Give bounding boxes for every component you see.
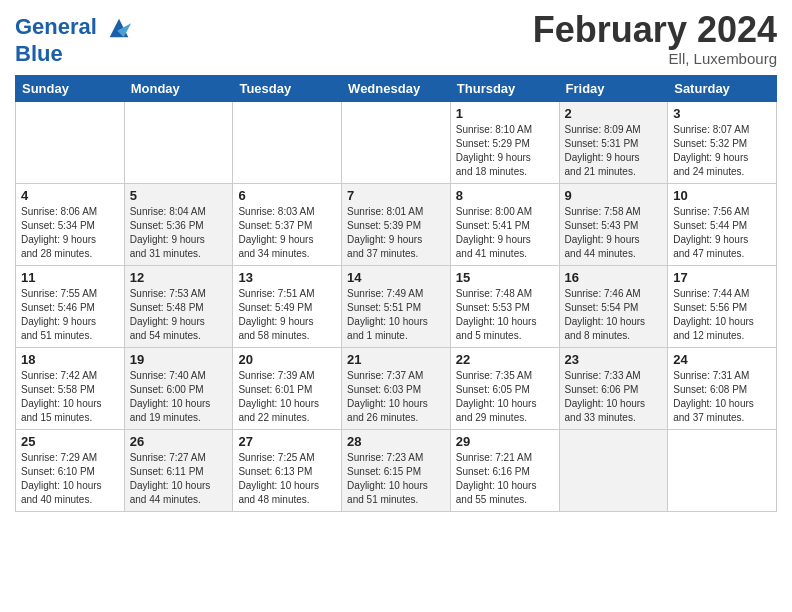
calendar-cell: 4Sunrise: 8:06 AM Sunset: 5:34 PM Daylig…	[16, 183, 125, 265]
calendar-cell: 6Sunrise: 8:03 AM Sunset: 5:37 PM Daylig…	[233, 183, 342, 265]
calendar-cell: 11Sunrise: 7:55 AM Sunset: 5:46 PM Dayli…	[16, 265, 125, 347]
calendar-week-2: 4Sunrise: 8:06 AM Sunset: 5:34 PM Daylig…	[16, 183, 777, 265]
day-info: Sunrise: 7:23 AM Sunset: 6:15 PM Dayligh…	[347, 451, 445, 507]
day-info: Sunrise: 8:00 AM Sunset: 5:41 PM Dayligh…	[456, 205, 554, 261]
weekday-header-sunday: Sunday	[16, 75, 125, 101]
logo: General Blue	[15, 14, 133, 66]
calendar-cell: 13Sunrise: 7:51 AM Sunset: 5:49 PM Dayli…	[233, 265, 342, 347]
weekday-header-wednesday: Wednesday	[342, 75, 451, 101]
calendar-week-3: 11Sunrise: 7:55 AM Sunset: 5:46 PM Dayli…	[16, 265, 777, 347]
day-number: 17	[673, 270, 771, 285]
logo-icon	[105, 14, 133, 42]
calendar-cell: 9Sunrise: 7:58 AM Sunset: 5:43 PM Daylig…	[559, 183, 668, 265]
calendar-week-1: 1Sunrise: 8:10 AM Sunset: 5:29 PM Daylig…	[16, 101, 777, 183]
weekday-header-tuesday: Tuesday	[233, 75, 342, 101]
calendar-cell: 8Sunrise: 8:00 AM Sunset: 5:41 PM Daylig…	[450, 183, 559, 265]
calendar-week-5: 25Sunrise: 7:29 AM Sunset: 6:10 PM Dayli…	[16, 429, 777, 511]
day-number: 8	[456, 188, 554, 203]
calendar-cell: 23Sunrise: 7:33 AM Sunset: 6:06 PM Dayli…	[559, 347, 668, 429]
day-info: Sunrise: 7:44 AM Sunset: 5:56 PM Dayligh…	[673, 287, 771, 343]
day-number: 21	[347, 352, 445, 367]
day-info: Sunrise: 8:01 AM Sunset: 5:39 PM Dayligh…	[347, 205, 445, 261]
calendar-cell: 21Sunrise: 7:37 AM Sunset: 6:03 PM Dayli…	[342, 347, 451, 429]
day-number: 4	[21, 188, 119, 203]
calendar-cell: 29Sunrise: 7:21 AM Sunset: 6:16 PM Dayli…	[450, 429, 559, 511]
day-number: 12	[130, 270, 228, 285]
calendar-cell: 26Sunrise: 7:27 AM Sunset: 6:11 PM Dayli…	[124, 429, 233, 511]
calendar-cell: 5Sunrise: 8:04 AM Sunset: 5:36 PM Daylig…	[124, 183, 233, 265]
day-number: 9	[565, 188, 663, 203]
day-number: 23	[565, 352, 663, 367]
day-number: 27	[238, 434, 336, 449]
day-info: Sunrise: 8:03 AM Sunset: 5:37 PM Dayligh…	[238, 205, 336, 261]
day-number: 16	[565, 270, 663, 285]
calendar-cell: 15Sunrise: 7:48 AM Sunset: 5:53 PM Dayli…	[450, 265, 559, 347]
calendar-table: SundayMondayTuesdayWednesdayThursdayFrid…	[15, 75, 777, 512]
day-number: 19	[130, 352, 228, 367]
day-info: Sunrise: 7:56 AM Sunset: 5:44 PM Dayligh…	[673, 205, 771, 261]
calendar-cell: 7Sunrise: 8:01 AM Sunset: 5:39 PM Daylig…	[342, 183, 451, 265]
day-info: Sunrise: 8:10 AM Sunset: 5:29 PM Dayligh…	[456, 123, 554, 179]
weekday-header-thursday: Thursday	[450, 75, 559, 101]
day-info: Sunrise: 7:40 AM Sunset: 6:00 PM Dayligh…	[130, 369, 228, 425]
day-info: Sunrise: 8:04 AM Sunset: 5:36 PM Dayligh…	[130, 205, 228, 261]
day-number: 25	[21, 434, 119, 449]
day-number: 3	[673, 106, 771, 121]
day-info: Sunrise: 7:53 AM Sunset: 5:48 PM Dayligh…	[130, 287, 228, 343]
calendar-cell: 28Sunrise: 7:23 AM Sunset: 6:15 PM Dayli…	[342, 429, 451, 511]
day-number: 24	[673, 352, 771, 367]
calendar-cell: 19Sunrise: 7:40 AM Sunset: 6:00 PM Dayli…	[124, 347, 233, 429]
calendar-cell	[16, 101, 125, 183]
day-number: 15	[456, 270, 554, 285]
calendar-cell: 16Sunrise: 7:46 AM Sunset: 5:54 PM Dayli…	[559, 265, 668, 347]
day-info: Sunrise: 7:55 AM Sunset: 5:46 PM Dayligh…	[21, 287, 119, 343]
calendar-cell: 12Sunrise: 7:53 AM Sunset: 5:48 PM Dayli…	[124, 265, 233, 347]
day-info: Sunrise: 7:51 AM Sunset: 5:49 PM Dayligh…	[238, 287, 336, 343]
day-info: Sunrise: 7:37 AM Sunset: 6:03 PM Dayligh…	[347, 369, 445, 425]
calendar-cell: 17Sunrise: 7:44 AM Sunset: 5:56 PM Dayli…	[668, 265, 777, 347]
day-number: 20	[238, 352, 336, 367]
calendar-cell: 10Sunrise: 7:56 AM Sunset: 5:44 PM Dayli…	[668, 183, 777, 265]
header: General Blue February 2024 Ell, Luxembou…	[15, 10, 777, 67]
day-info: Sunrise: 7:29 AM Sunset: 6:10 PM Dayligh…	[21, 451, 119, 507]
title-block: February 2024 Ell, Luxembourg	[533, 10, 777, 67]
day-info: Sunrise: 8:09 AM Sunset: 5:31 PM Dayligh…	[565, 123, 663, 179]
calendar-cell	[233, 101, 342, 183]
day-info: Sunrise: 7:46 AM Sunset: 5:54 PM Dayligh…	[565, 287, 663, 343]
day-info: Sunrise: 7:21 AM Sunset: 6:16 PM Dayligh…	[456, 451, 554, 507]
calendar-week-4: 18Sunrise: 7:42 AM Sunset: 5:58 PM Dayli…	[16, 347, 777, 429]
calendar-cell: 25Sunrise: 7:29 AM Sunset: 6:10 PM Dayli…	[16, 429, 125, 511]
calendar-cell: 24Sunrise: 7:31 AM Sunset: 6:08 PM Dayli…	[668, 347, 777, 429]
calendar-cell	[559, 429, 668, 511]
day-info: Sunrise: 7:33 AM Sunset: 6:06 PM Dayligh…	[565, 369, 663, 425]
day-number: 2	[565, 106, 663, 121]
calendar-cell: 2Sunrise: 8:09 AM Sunset: 5:31 PM Daylig…	[559, 101, 668, 183]
day-info: Sunrise: 7:31 AM Sunset: 6:08 PM Dayligh…	[673, 369, 771, 425]
day-number: 28	[347, 434, 445, 449]
calendar-cell: 14Sunrise: 7:49 AM Sunset: 5:51 PM Dayli…	[342, 265, 451, 347]
day-number: 22	[456, 352, 554, 367]
day-info: Sunrise: 7:49 AM Sunset: 5:51 PM Dayligh…	[347, 287, 445, 343]
day-number: 7	[347, 188, 445, 203]
calendar-cell: 22Sunrise: 7:35 AM Sunset: 6:05 PM Dayli…	[450, 347, 559, 429]
weekday-header-monday: Monday	[124, 75, 233, 101]
calendar-cell	[342, 101, 451, 183]
day-number: 5	[130, 188, 228, 203]
day-number: 11	[21, 270, 119, 285]
day-number: 10	[673, 188, 771, 203]
day-info: Sunrise: 7:48 AM Sunset: 5:53 PM Dayligh…	[456, 287, 554, 343]
day-number: 13	[238, 270, 336, 285]
day-info: Sunrise: 7:27 AM Sunset: 6:11 PM Dayligh…	[130, 451, 228, 507]
day-number: 6	[238, 188, 336, 203]
calendar-cell: 27Sunrise: 7:25 AM Sunset: 6:13 PM Dayli…	[233, 429, 342, 511]
calendar-cell	[124, 101, 233, 183]
location: Ell, Luxembourg	[533, 50, 777, 67]
weekday-header-saturday: Saturday	[668, 75, 777, 101]
calendar-cell	[668, 429, 777, 511]
calendar-cell: 1Sunrise: 8:10 AM Sunset: 5:29 PM Daylig…	[450, 101, 559, 183]
calendar-cell: 20Sunrise: 7:39 AM Sunset: 6:01 PM Dayli…	[233, 347, 342, 429]
day-number: 18	[21, 352, 119, 367]
weekday-header-friday: Friday	[559, 75, 668, 101]
day-info: Sunrise: 7:58 AM Sunset: 5:43 PM Dayligh…	[565, 205, 663, 261]
day-number: 14	[347, 270, 445, 285]
